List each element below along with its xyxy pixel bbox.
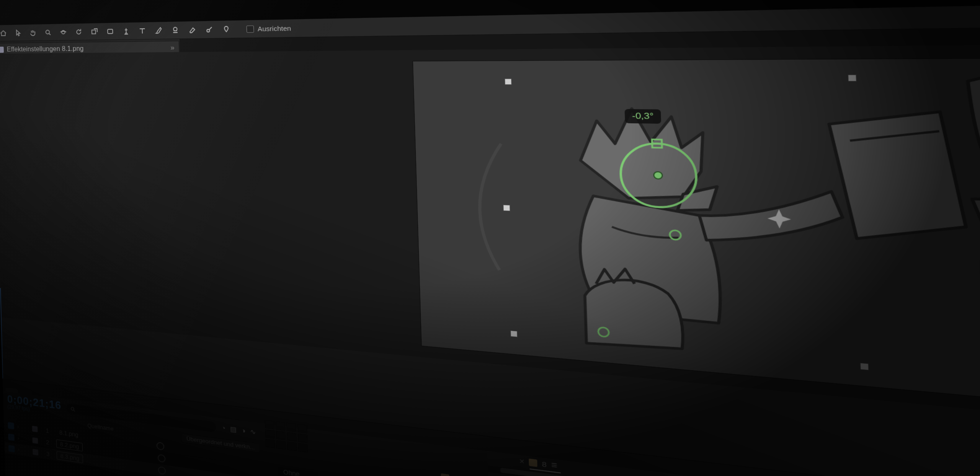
scene: Ausrichten ≡ Effekteinstellungen 8.1.png… [0, 0, 980, 476]
parent-value: Ohne [283, 468, 300, 476]
parent-pickwhip-icon[interactable] [158, 454, 166, 463]
panel-menu-icon[interactable]: ≡ [551, 460, 557, 471]
rotation-tool-icon[interactable] [74, 27, 83, 37]
selection-handle[interactable] [860, 363, 869, 371]
snap-label: Ausrichten [258, 24, 291, 33]
timeline-switch-icons: ◔ ▨ ◑ ∿ [221, 424, 256, 436]
layer-name[interactable]: 8.1.png [56, 428, 82, 439]
composition-viewport[interactable]: -0,3° [413, 57, 980, 439]
comp-label-chip [529, 458, 538, 467]
pan-behind-tool-icon[interactable] [89, 26, 100, 37]
brush-tool-icon[interactable] [154, 25, 164, 36]
layer-visibility-icon[interactable] [8, 433, 15, 440]
puppet-pin-tool-icon[interactable] [220, 24, 232, 34]
layer-number: 1 [41, 426, 49, 434]
twirl-icon[interactable]: › [17, 423, 19, 430]
storyboard-artwork [413, 57, 980, 439]
layer-number: 3 [41, 450, 49, 457]
zoom-tool-icon[interactable] [43, 27, 53, 37]
selection-handle[interactable] [510, 330, 518, 337]
selection-handle[interactable] [848, 75, 857, 82]
layer-label-chip[interactable] [32, 425, 38, 432]
layer-visibility-icon[interactable] [8, 422, 14, 429]
chevron-down-icon: ⌄ [307, 471, 313, 476]
close-icon[interactable]: × [519, 456, 524, 466]
motion-blur-icon[interactable]: ◑ [241, 426, 246, 435]
home-icon[interactable] [0, 28, 8, 38]
graph-editor-icon[interactable]: ∿ [250, 427, 256, 436]
source-name-column[interactable]: Quellname [87, 422, 114, 432]
selection-tool-icon[interactable] [13, 28, 23, 38]
shy-icon[interactable]: ◔ [221, 424, 225, 432]
photo-frame: Ausrichten ≡ Effekteinstellungen 8.1.png… [0, 0, 980, 476]
type-tool-icon[interactable] [137, 25, 148, 36]
snap-checkbox[interactable] [247, 25, 254, 33]
layer-name[interactable]: 8.2.png [56, 439, 83, 452]
panel-title: Effekteinstellungen 8.1.png [7, 45, 84, 53]
layer-visibility-icon[interactable] [8, 445, 15, 452]
parent-pickwhip-icon[interactable] [157, 442, 165, 450]
tool-bar: Ausrichten ≡ [0, 0, 980, 41]
eraser-tool-icon[interactable] [186, 24, 198, 35]
clone-stamp-tool-icon[interactable] [170, 25, 181, 36]
hand-tool-icon[interactable] [28, 28, 38, 37]
roto-brush-tool-icon[interactable] [204, 24, 215, 35]
snap-control[interactable]: Ausrichten [247, 24, 291, 33]
rotation-value-tooltip: -0,3° [625, 109, 662, 124]
orbit-camera-tool-icon[interactable] [58, 27, 68, 37]
twirl-icon[interactable]: › [18, 435, 20, 441]
pen-tool-icon[interactable] [121, 26, 131, 36]
selection-handle[interactable] [503, 205, 510, 211]
twirl-icon[interactable]: › [18, 446, 20, 453]
comp-tab-number: 8 [542, 460, 547, 469]
mask-shape-tool-icon[interactable] [105, 26, 115, 36]
search-icon [70, 406, 75, 412]
after-effects-window: Ausrichten ≡ Effekteinstellungen 8.1.png… [0, 0, 980, 476]
layer-number: 2 [41, 438, 49, 445]
frame-blend-icon[interactable]: ▨ [230, 425, 237, 434]
selection-handle[interactable] [505, 78, 512, 85]
layer-name[interactable]: 8.3.png [57, 451, 83, 463]
layer-label-chip[interactable] [33, 437, 38, 443]
layer-label-chip[interactable] [33, 449, 39, 455]
panel-more-icon[interactable]: » [170, 44, 175, 52]
footage-chip [0, 46, 4, 52]
layer-switch-grid [265, 420, 308, 453]
parent-pickwhip-icon[interactable] [158, 466, 166, 475]
